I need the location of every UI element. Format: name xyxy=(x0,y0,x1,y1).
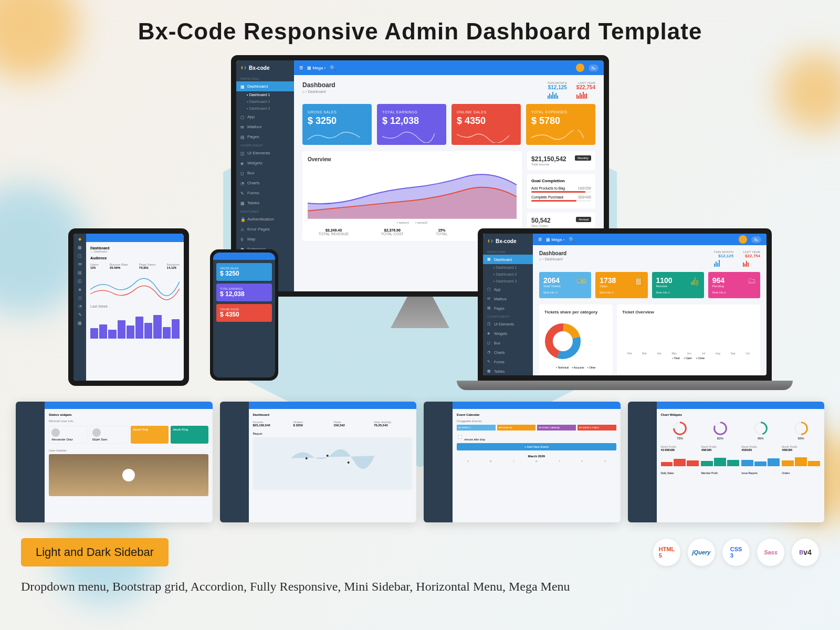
sidebar-item-dashboard[interactable]: ▦Dashboard xyxy=(236,81,294,91)
bootstrap-icon: Bv4 xyxy=(792,539,819,566)
notif-badge[interactable]: 5₀ xyxy=(589,65,598,71)
thumbnail-4[interactable]: Chart Widgets 75% 82% 45% 50% Month Prof… xyxy=(628,402,825,522)
avatar[interactable] xyxy=(576,64,584,72)
total-income-card[interactable]: Monthly $21,150,542 Total Income xyxy=(527,151,595,170)
sidebar-icon[interactable]: ▢ xyxy=(77,254,82,259)
pages-icon: ▤ xyxy=(240,135,245,139)
tablet-mini-sidebar: ◆ ▦ ▢ ✉ ▤ ◫ ◈ ◻ ◔ ✎ ▦ xyxy=(74,234,86,381)
sidebar-item-charts[interactable]: ◔Charts xyxy=(483,348,533,357)
tables-icon: ▦ xyxy=(240,201,245,205)
phone-stat-card[interactable]: ONLINE SALES$ 4350 xyxy=(216,304,272,322)
spark-month: THIS MONTH $12,125 xyxy=(548,81,567,99)
sidebar-item-app[interactable]: ▢App xyxy=(236,112,294,122)
sidebar-icon[interactable]: ▤ xyxy=(77,270,82,276)
clipboard-icon: 📋 xyxy=(633,276,644,294)
avatar[interactable] xyxy=(739,235,747,244)
last-week-label: Last Week xyxy=(90,304,180,308)
sidebar-sub-dash1[interactable]: • Dashboard 1 xyxy=(236,91,294,98)
sidebar-item-ui[interactable]: ◫UI Elements xyxy=(236,148,294,158)
folder-icon: 🗂 xyxy=(748,276,756,294)
search-icon[interactable]: 🔍 xyxy=(569,237,575,243)
thumbnail-2[interactable]: Dashboard Income$25,150,542 Orders$ 3250… xyxy=(220,402,417,522)
sidebar-item-error[interactable]: ⚠Error Pages xyxy=(236,224,294,234)
logo-icon[interactable]: ◆ xyxy=(77,237,82,242)
hamburger-icon[interactable]: ≡ xyxy=(538,236,542,243)
stat-pending-tickets[interactable]: 964PendingMore Info ⊙🗂 xyxy=(708,272,760,298)
svg-point-3 xyxy=(305,457,307,459)
search-icon[interactable]: 🔍 xyxy=(330,65,336,71)
sidebar-item-auth[interactable]: 🔒Authentication xyxy=(236,214,294,224)
page-heading: Dashboard xyxy=(302,81,335,89)
phone-stat-card[interactable]: GROSS SALES$ 3250 xyxy=(216,263,272,281)
sidebar-sub[interactable]: • Dashboard 1 xyxy=(483,264,533,271)
stat-online-sales[interactable]: ONLINE SALES$ 4350 xyxy=(452,104,521,145)
stat-total-earnings[interactable]: TOTAL EARNINGS$ 12,038 xyxy=(377,104,446,145)
sidebar-item-widgets[interactable]: ◈Widgets xyxy=(483,329,533,338)
sidebar-icon[interactable]: ▦ xyxy=(77,245,82,250)
sidebar-item-map[interactable]: ⚲Map xyxy=(236,234,294,244)
audience-line-chart xyxy=(90,269,180,301)
widgets-icon: ◈ xyxy=(240,161,245,165)
topbar: ≡ ▦ Mega › 🔍 5₀ xyxy=(294,60,604,75)
thumbs-up-icon: 👍 xyxy=(689,276,700,294)
logo-icon xyxy=(240,65,247,71)
sidebar-sub[interactable]: • Dashboard 2 xyxy=(483,271,533,278)
brand-logo[interactable]: Bx-code xyxy=(236,60,294,75)
sidebar-sub-dash2[interactable]: • Dashboard 2 xyxy=(236,98,294,105)
page-title: Bx-Code Responsive Admin Dashboard Templ… xyxy=(0,0,840,55)
sidebar-icon[interactable]: ✉ xyxy=(77,262,82,267)
svg-point-5 xyxy=(347,461,349,464)
mega-menu-button[interactable]: ▦ Mega › xyxy=(546,237,564,242)
sidebar-item-forms[interactable]: ✎Forms xyxy=(236,188,294,198)
tablet-bar-chart xyxy=(90,312,180,339)
sidebar-icon[interactable]: ◔ xyxy=(77,304,82,309)
sidebar-item-tables[interactable]: ▦Tables xyxy=(483,366,533,375)
sidebar-icon[interactable]: ▦ xyxy=(77,321,82,326)
mega-menu-button[interactable]: ▦ Mega › xyxy=(307,66,326,70)
stat-gross-sales[interactable]: GROSS SALES$ 3250 xyxy=(302,104,372,145)
sidebar-icon[interactable]: ◈ xyxy=(77,287,82,292)
sidebar-item-box[interactable]: ◻Box xyxy=(236,168,294,178)
ui-icon: ◫ xyxy=(240,151,245,155)
sidebar-item-pages[interactable]: ▤Pages xyxy=(236,132,294,142)
sidebar-item-charts[interactable]: ◔Charts xyxy=(236,178,294,188)
thumbnail-3[interactable]: Event Calendar Draggable Events MY EVENT… xyxy=(424,402,621,522)
sidebar-item-ui[interactable]: ◫UI Elements xyxy=(483,319,533,329)
ticket-overview-chart xyxy=(622,319,755,350)
stat-open-tickets[interactable]: 1738OpenMore Info ⊙📋 xyxy=(595,272,647,298)
stat-total-expenses[interactable]: TOTAL EXPENSES$ 5780 xyxy=(526,104,595,145)
sidebar-item-widgets[interactable]: ◈Widgets xyxy=(236,158,294,168)
sidebar-icon[interactable]: ◻ xyxy=(77,296,82,301)
stat-resolve-tickets[interactable]: 1100ResolveMore Info ⊙👍 xyxy=(652,272,704,298)
laptop-device: Bx-code PERSONAL ▦Dashboard • Dashboard … xyxy=(457,228,793,391)
hamburger-icon[interactable]: ≡ xyxy=(299,64,303,71)
phone-device: GROSS SALES$ 3250 TOTAL EARNINGS$ 12,038… xyxy=(210,249,278,381)
sidebar-item-pages[interactable]: ▤Pages xyxy=(483,303,533,313)
sidebar-item-box[interactable]: ◻Box xyxy=(483,338,533,348)
sidebar-item-mailbox[interactable]: ✉Mailbox xyxy=(236,122,294,132)
app-icon: ▢ xyxy=(240,115,245,119)
sidebar-icon[interactable]: ◫ xyxy=(77,279,82,284)
phone-stat-card[interactable]: TOTAL EARNINGS$ 12,038 xyxy=(216,284,272,301)
notif-badge[interactable]: 5₀ xyxy=(751,236,761,243)
sidebar-item-dashboard[interactable]: ▦Dashboard xyxy=(483,255,533,264)
lock-icon: 🔒 xyxy=(240,217,245,222)
brand-logo[interactable]: Bx-code xyxy=(483,234,533,248)
device-showcase: Bx-code PERSONAL ▦Dashboard • Dashboard … xyxy=(0,55,840,386)
thumbnail-1[interactable]: Statics widgets Minimal User Info Alexan… xyxy=(16,402,213,522)
sidebar-item-app[interactable]: ▢App xyxy=(483,285,533,294)
sidebar-sub-dash3[interactable]: • Dashboard 3 xyxy=(236,105,294,112)
sidebar-item-forms[interactable]: ✎Forms xyxy=(483,357,533,366)
stat-total-tickets[interactable]: 2064Total TicketsMore Info ⊙🎫 xyxy=(539,272,591,298)
sidebar-icon[interactable]: ✎ xyxy=(77,312,82,318)
sidebar-sub[interactable]: • Dashboard 3 xyxy=(483,278,533,285)
sidebar-item-mailbox[interactable]: ✉Mailbox xyxy=(483,294,533,303)
breadcrumb: ⌂ › Dashboard xyxy=(302,90,335,93)
mail-icon: ✉ xyxy=(240,125,245,129)
tablet-page-title: Dashboard xyxy=(90,246,110,250)
map-icon: ⚲ xyxy=(240,237,245,242)
sidebar-section-personal: PERSONAL xyxy=(236,75,294,81)
sidebar-item-tables[interactable]: ▦Tables xyxy=(236,198,294,208)
tech-stack-icons: HTML5 jQuery CSS3 Sass Bv4 xyxy=(653,539,819,566)
tablet-device: ◆ ▦ ▢ ✉ ▤ ◫ ◈ ◻ ◔ ✎ ▦ Dashboard ⌂ › Dash… xyxy=(68,228,189,386)
